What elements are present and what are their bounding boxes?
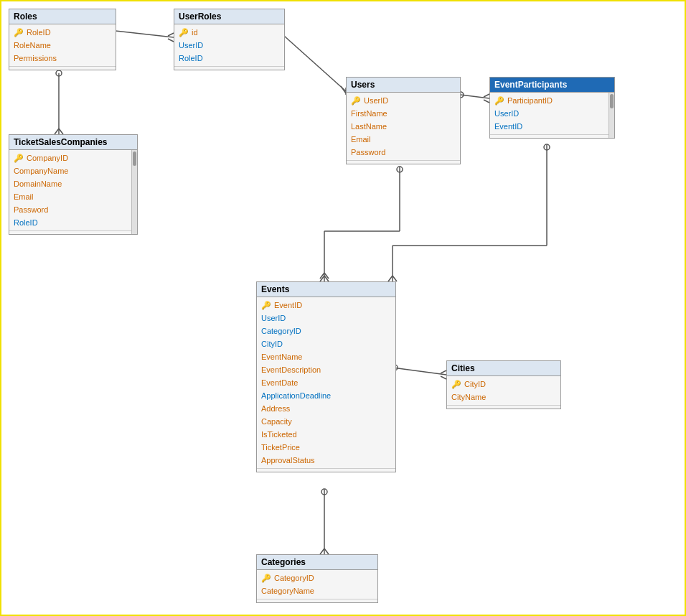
field-name: UserID — [364, 96, 388, 105]
field-name: EventID — [274, 301, 302, 309]
table-row: CategoryName — [257, 584, 377, 597]
pk-icon: 🔑 — [494, 96, 504, 106]
svg-line-0 — [109, 30, 174, 37]
svg-line-33 — [441, 376, 446, 379]
svg-point-35 — [321, 489, 327, 495]
field-name: UserID — [261, 314, 286, 322]
table-users-body: 🔑 UserID FirstName LastName Email Passwo… — [347, 93, 460, 164]
table-categories-body: 🔑 CategoryID CategoryName — [257, 570, 377, 602]
table-row: 🔑 ParticipantID — [490, 94, 614, 107]
field-name: DomainName — [14, 179, 62, 188]
table-cities[interactable]: Cities 🔑 CityID CityName — [446, 360, 561, 409]
table-row: 🔑 CategoryID — [257, 571, 377, 584]
table-roles-header: Roles — [9, 9, 116, 24]
table-users-header: Users — [347, 78, 460, 93]
table-roles[interactable]: Roles 🔑 RoleID RoleName Permissions — [9, 9, 116, 70]
table-userroles[interactable]: UserRoles 🔑 id UserID RoleID — [174, 9, 285, 70]
pk-icon: 🔑 — [14, 28, 24, 37]
table-users[interactable]: Users 🔑 UserID FirstName LastName Email … — [346, 77, 461, 164]
table-row: Capacity — [257, 415, 395, 428]
field-name: CityName — [451, 393, 486, 401]
table-row: ApprovalStatus — [257, 454, 395, 467]
field-name: UserID — [179, 41, 203, 50]
pk-icon: 🔑 — [179, 28, 189, 37]
field-name: IsTicketed — [261, 430, 297, 439]
field-name: ParticipantID — [507, 96, 553, 105]
field-name: CategoryName — [261, 587, 314, 595]
svg-line-22 — [320, 273, 324, 279]
field-name: ApplicationDeadline — [261, 391, 331, 400]
table-row: EventDescription — [257, 363, 395, 376]
table-row: RoleName — [9, 39, 116, 52]
table-row: RoleID — [174, 52, 284, 65]
table-eventparticipants[interactable]: EventParticipants 🔑 ParticipantID UserID… — [489, 77, 615, 139]
svg-line-1 — [168, 33, 174, 36]
svg-line-7 — [59, 129, 63, 134]
table-row: Permissions — [9, 52, 116, 65]
svg-line-10 — [341, 86, 346, 93]
table-ticketsalescompanies-header: TicketSalesCompanies — [9, 135, 137, 150]
table-row: EventID — [490, 120, 614, 133]
table-cities-header: Cities — [447, 361, 560, 376]
svg-line-20 — [320, 276, 324, 281]
field-name: RoleID — [14, 218, 38, 227]
table-row: FirstName — [347, 107, 460, 120]
field-name: CategoryID — [274, 574, 314, 582]
table-row: 🔑 RoleID — [9, 26, 116, 39]
pk-icon: 🔑 — [14, 154, 24, 163]
table-row: CompanyName — [9, 164, 137, 177]
table-row: DomainName — [9, 177, 137, 190]
table-categories[interactable]: Categories 🔑 CategoryID CategoryName — [256, 554, 378, 603]
field-name: RoleID — [27, 28, 51, 37]
field-name: RoleName — [14, 41, 51, 50]
table-eventparticipants-body: 🔑 ParticipantID UserID EventID — [490, 93, 614, 138]
table-row: CityName — [447, 391, 560, 403]
diagram-canvas: Roles 🔑 RoleID RoleName Permissions User… — [0, 0, 686, 616]
svg-point-27 — [544, 144, 550, 150]
field-name: EventName — [261, 353, 302, 361]
pk-icon: 🔑 — [451, 380, 461, 389]
svg-line-12 — [461, 95, 489, 98]
table-roles-body: 🔑 RoleID RoleName Permissions — [9, 24, 116, 70]
svg-point-5 — [56, 70, 62, 76]
svg-line-28 — [388, 276, 393, 281]
table-cities-body: 🔑 CityID CityName — [447, 376, 560, 409]
field-name: Permissions — [14, 54, 57, 62]
pk-icon: 🔑 — [261, 574, 271, 583]
svg-line-21 — [324, 276, 329, 281]
table-row: 🔑 id — [174, 26, 284, 39]
table-row: Address — [257, 402, 395, 415]
table-events-body: 🔑 EventID UserID CategoryID CityID Event… — [257, 297, 395, 472]
table-row: Password — [9, 203, 137, 216]
svg-line-37 — [324, 549, 329, 554]
field-name: Password — [14, 205, 48, 214]
table-events[interactable]: Events 🔑 EventID UserID CategoryID CityI… — [256, 281, 396, 472]
table-ticketsalescompanies-body: 🔑 CompanyID CompanyName DomainName Email… — [9, 150, 137, 234]
field-name: Address — [261, 404, 290, 413]
field-name: Email — [351, 135, 371, 144]
field-name: CityID — [464, 380, 486, 388]
field-name: EventDescription — [261, 365, 321, 374]
table-row: TicketPrice — [257, 441, 395, 454]
table-ticketsalescompanies[interactable]: TicketSalesCompanies 🔑 CompanyID Company… — [9, 134, 138, 235]
svg-line-29 — [393, 276, 397, 281]
field-name: CategoryID — [261, 327, 301, 335]
table-row: Email — [347, 133, 460, 146]
table-row: Password — [347, 146, 460, 159]
table-row: LastName — [347, 120, 460, 133]
field-name: Password — [351, 148, 385, 157]
svg-line-2 — [168, 39, 174, 42]
table-row: EventName — [257, 350, 395, 363]
field-name: LastName — [351, 122, 387, 131]
svg-line-36 — [320, 549, 324, 554]
table-row: ApplicationDeadline — [257, 389, 395, 402]
table-row: RoleID — [9, 216, 137, 229]
table-row: 🔑 CompanyID — [9, 151, 137, 164]
table-userroles-body: 🔑 id UserID RoleID — [174, 24, 284, 70]
table-eventparticipants-header: EventParticipants — [490, 78, 614, 93]
field-name: FirstName — [351, 109, 387, 118]
table-row: 🔑 EventID — [257, 299, 395, 312]
field-name: CityID — [261, 340, 283, 348]
field-name: EventDate — [261, 378, 298, 387]
svg-line-8 — [278, 30, 346, 91]
